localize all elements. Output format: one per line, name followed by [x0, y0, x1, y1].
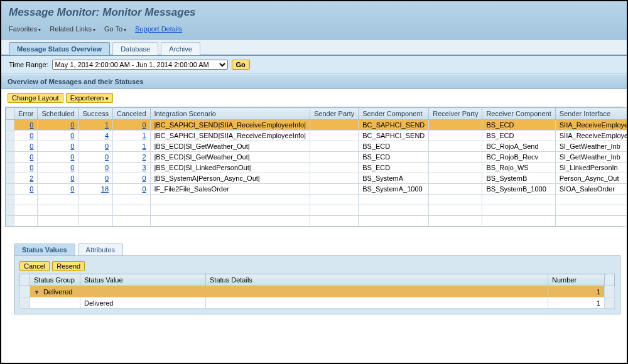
change-layout-button[interactable]: Change Layout: [8, 93, 63, 103]
tab-message-status-overview[interactable]: Message Status Overview: [9, 42, 110, 55]
sender-component-cell: BS_SystemA_1000: [359, 184, 429, 195]
row-selector[interactable]: [6, 120, 14, 131]
col-sender-component[interactable]: Sender Component: [359, 108, 429, 120]
table-row[interactable]: 2000|BS_SystemA|Person_Async_Out|BS_Syst…: [6, 173, 629, 184]
row-selector[interactable]: [6, 131, 14, 141]
col-sender-interface[interactable]: Sender Interface: [555, 108, 628, 120]
col-receiver-party[interactable]: Receiver Party: [429, 108, 482, 120]
page-title: Message Monitor: Monitor Messages: [9, 6, 619, 19]
status-col-scroll: [605, 274, 615, 286]
table-row-empty: [6, 205, 629, 216]
sender-component-cell: BS_ECD: [359, 163, 429, 173]
status-detail-row[interactable]: Delivered 1: [20, 297, 615, 309]
cancel-button[interactable]: Cancel: [19, 261, 50, 271]
receiver-party-cell: [429, 141, 482, 152]
scheduled-count[interactable]: 0: [70, 121, 74, 129]
scheduled-count[interactable]: 0: [70, 164, 74, 171]
table-row[interactable]: 0001|BS_ECD|SI_GetWeather_Out|BS_ECDBC_R…: [6, 141, 629, 152]
error-count[interactable]: 0: [30, 153, 33, 161]
resend-button[interactable]: Resend: [52, 261, 85, 271]
exporteren-button[interactable]: Exporteren: [66, 93, 113, 103]
error-count[interactable]: 0: [30, 142, 33, 150]
success-count[interactable]: 0: [105, 153, 109, 161]
error-count[interactable]: 0: [30, 164, 33, 171]
col-canceled[interactable]: Canceled: [113, 108, 150, 120]
canceled-count[interactable]: 3: [142, 164, 146, 171]
sender-component-cell: BS_ECD: [359, 152, 429, 163]
table-row[interactable]: 0002|BS_ECD|SI_GetWeather_Out|BS_ECDBC_R…: [6, 152, 629, 163]
table-row[interactable]: 0003|BS_ECD|SI_LinkedPersonOut|BS_ECDBS_…: [6, 163, 629, 173]
nav-favorites[interactable]: Favorites: [9, 25, 41, 33]
tab-database[interactable]: Database: [112, 42, 158, 55]
collapse-icon[interactable]: [34, 288, 43, 296]
status-col-details[interactable]: Status Details: [206, 274, 548, 286]
col-selector: [6, 108, 14, 120]
col-sender-party[interactable]: Sender Party: [310, 108, 359, 120]
nav-support-details[interactable]: Support Details: [135, 25, 182, 33]
table-row[interactable]: 00180IF_File2File_SalesOrderBS_SystemA_1…: [6, 184, 629, 195]
integration-scenario-cell: IF_File2File_SalesOrder: [150, 184, 310, 195]
receiver-party-cell: [429, 173, 482, 184]
success-count[interactable]: 18: [101, 185, 109, 193]
sender-interface-cell: Person_Async_Out: [555, 173, 628, 184]
sender-party-cell: [310, 152, 359, 163]
canceled-count[interactable]: 0: [142, 174, 146, 182]
nav-go-to[interactable]: Go To: [104, 25, 126, 33]
success-count[interactable]: 0: [105, 164, 109, 171]
scheduled-count[interactable]: 0: [70, 142, 74, 150]
receiver-party-cell: [429, 131, 482, 141]
canceled-count[interactable]: 0: [142, 121, 146, 129]
row-selector[interactable]: [6, 184, 14, 195]
col-integration-scenario[interactable]: Integration Scenario: [150, 108, 310, 120]
tab-attributes[interactable]: Attributes: [78, 244, 123, 255]
overview-toolbar: Change Layout Exporteren: [1, 89, 627, 107]
status-col-value[interactable]: Status Value: [80, 274, 206, 286]
scheduled-count[interactable]: 0: [70, 185, 74, 193]
scheduled-count[interactable]: 0: [70, 132, 74, 139]
status-grid: Status Group Status Value Status Details…: [19, 274, 615, 309]
col-error[interactable]: Error: [14, 108, 38, 120]
status-detail-number[interactable]: 1: [597, 299, 600, 307]
row-selector[interactable]: [6, 141, 14, 152]
sender-party-cell: [310, 131, 359, 141]
table-row[interactable]: 0010|BC_SAPHCI_SEND|SIIA_ReceiveEmployee…: [6, 120, 629, 131]
error-count[interactable]: 2: [30, 174, 33, 182]
nav-related-links[interactable]: Related Links: [50, 25, 95, 33]
row-selector[interactable]: [6, 152, 14, 163]
canceled-count[interactable]: 1: [142, 142, 146, 150]
error-count[interactable]: 0: [30, 132, 33, 139]
receiver-component-cell: BS_SystemB: [482, 173, 555, 184]
receiver-party-cell: [429, 120, 482, 131]
go-button[interactable]: Go: [232, 60, 250, 70]
integration-scenario-cell: |BS_ECD|SI_GetWeather_Out|: [150, 152, 310, 163]
col-receiver-component[interactable]: Receiver Component: [482, 108, 555, 120]
canceled-count[interactable]: 1: [142, 132, 146, 139]
row-selector[interactable]: [6, 173, 14, 184]
success-count[interactable]: 0: [105, 142, 109, 150]
status-group-row[interactable]: Delivered 1: [20, 286, 615, 297]
table-row[interactable]: 0041|BC_SAPHCI_SEND|SIIA_ReceiveEmployee…: [6, 131, 629, 141]
status-col-group[interactable]: Status Group: [30, 274, 80, 286]
scheduled-count[interactable]: 0: [70, 174, 74, 182]
canceled-count[interactable]: 0: [142, 185, 146, 193]
time-range-select[interactable]: May 1, 2014 2:00:00 AM - Jun 1, 2014 2:0…: [52, 60, 228, 70]
success-count[interactable]: 1: [105, 121, 109, 129]
integration-scenario-cell: |BS_SystemA|Person_Async_Out|: [150, 173, 310, 184]
canceled-count[interactable]: 2: [142, 153, 146, 161]
error-count[interactable]: 0: [30, 121, 33, 129]
status-group-number[interactable]: 1: [597, 288, 600, 296]
tab-archive[interactable]: Archive: [161, 42, 200, 55]
time-range-label: Time Range:: [9, 61, 48, 68]
success-count[interactable]: 4: [105, 132, 109, 139]
row-selector[interactable]: [6, 163, 14, 173]
scheduled-count[interactable]: 0: [70, 153, 74, 161]
sender-party-cell: [310, 120, 359, 131]
error-count[interactable]: 0: [30, 185, 33, 193]
col-scheduled[interactable]: Scheduled: [38, 108, 78, 120]
success-count[interactable]: 0: [105, 174, 109, 182]
table-row-empty: [6, 195, 629, 205]
status-col-selector: [20, 274, 30, 286]
tab-status-values[interactable]: Status Values: [14, 244, 75, 255]
col-success[interactable]: Success: [78, 108, 113, 120]
status-col-number[interactable]: Number: [548, 274, 605, 286]
